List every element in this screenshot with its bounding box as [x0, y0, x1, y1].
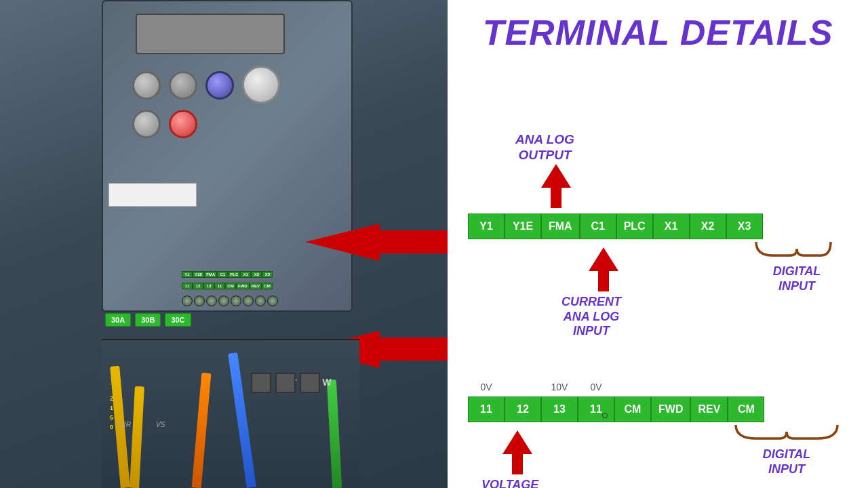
term-fma: FMA [541, 214, 580, 239]
digital-input-bottom-label: DIGITAL INPUT [732, 447, 841, 476]
volt-label-0v-2: 0V [578, 382, 614, 392]
diagram-panel: TERMINAL DETAILS ANA LOG OUTPUT Y1 Y1E F… [448, 0, 868, 488]
photo-terminal-badges: 30A 30B 30C [105, 313, 191, 327]
term2-11b: 11 [578, 396, 614, 422]
digital-input-bottom-section: DIGITAL INPUT [732, 422, 841, 476]
volt-label-10v: 10V [541, 382, 578, 392]
term2-13: 13 [541, 396, 578, 422]
term-x3: X3 [726, 214, 763, 239]
svg-marker-0 [305, 224, 448, 261]
svg-marker-2 [541, 164, 571, 208]
wire-numbers: Z150 [110, 395, 114, 430]
term2-11a: 11 [468, 396, 505, 422]
vfd-display [136, 14, 285, 54]
volt-label-0v-1: 0V [468, 382, 505, 392]
terminal-strip-row1: Y1 Y1E FMA C1 PLC X1 X2 X3 [468, 214, 848, 239]
screw-terminals [182, 296, 278, 306]
vfd-label-area [108, 183, 197, 207]
vfd-button-row2 [132, 110, 197, 138]
term-x1: X1 [653, 214, 690, 239]
source-label: VS [156, 421, 165, 428]
term2-cm1: CM [614, 396, 651, 422]
terminal-labels-device2: 11 12 13 11 CM FWD REV CM [182, 283, 273, 289]
wire-area: U V W Z150 [102, 339, 359, 488]
red-arrow-top [305, 224, 448, 261]
term2-rev: REV [690, 396, 728, 422]
power-terminals [251, 373, 320, 393]
term-x2: X2 [690, 214, 726, 239]
badge-30a: 30A [105, 313, 131, 327]
digital-input-top-label: DIGITAL INPUT [753, 264, 841, 293]
volt-label-blank1 [505, 382, 541, 392]
term-y1: Y1 [468, 214, 505, 239]
term-c1: C1 [580, 214, 616, 239]
badge-30b: 30B [135, 313, 161, 327]
vfd-btn-blue [205, 71, 234, 100]
voltage-analog-label: VOLTAGE ANA LOG INPUT [481, 478, 538, 488]
vfd-btn-gray1 [132, 71, 161, 100]
voltage-labels-row2: 0V 10V 0V [468, 382, 614, 392]
analog-output-arrow [541, 164, 571, 208]
current-analog-arrow [589, 247, 618, 291]
vfd-button-row1 [132, 71, 280, 104]
diagram-area: ANA LOG OUTPUT Y1 Y1E FMA C1 PLC X1 X2 X… [468, 59, 848, 488]
page-title: TERMINAL DETAILS [468, 14, 848, 52]
svg-marker-3 [589, 247, 618, 291]
vfd-btn-red [169, 110, 197, 138]
vfd-btn-gray2 [169, 71, 197, 100]
vfd-photo-panel: Y1 Y1E FMA C1 PLC X1 X2 X3 11 12 13 11 C… [0, 0, 448, 488]
term-plc: PLC [616, 214, 653, 239]
vfd-btn-gray3 [132, 110, 161, 138]
title-area: TERMINAL DETAILS [468, 14, 848, 52]
term2-cm2: CM [728, 396, 764, 422]
svg-marker-4 [502, 430, 532, 474]
lvr-label: LVR [118, 421, 131, 428]
terminal-strip-row2: 11 12 13 11 CM FWD REV CM [468, 396, 848, 422]
terminal-labels-device: Y1 Y1E FMA C1 PLC X1 X2 X3 [182, 271, 273, 278]
vfd-btn-large [242, 66, 280, 104]
term2-fwd: FWD [651, 396, 690, 422]
term-y1e: Y1E [505, 214, 541, 239]
brace-top [753, 239, 834, 259]
current-analog-label: CURRENT ANA LOG INPUT [561, 295, 621, 339]
analog-output-label: ANA LOG OUTPUT [515, 132, 574, 163]
brace-bottom [732, 422, 841, 442]
label-w: W [322, 377, 331, 388]
term2-12: 12 [505, 396, 541, 422]
digital-input-top-section: DIGITAL INPUT [753, 239, 841, 293]
badge-30c: 30C [165, 313, 191, 327]
voltage-analog-arrow [502, 430, 532, 474]
